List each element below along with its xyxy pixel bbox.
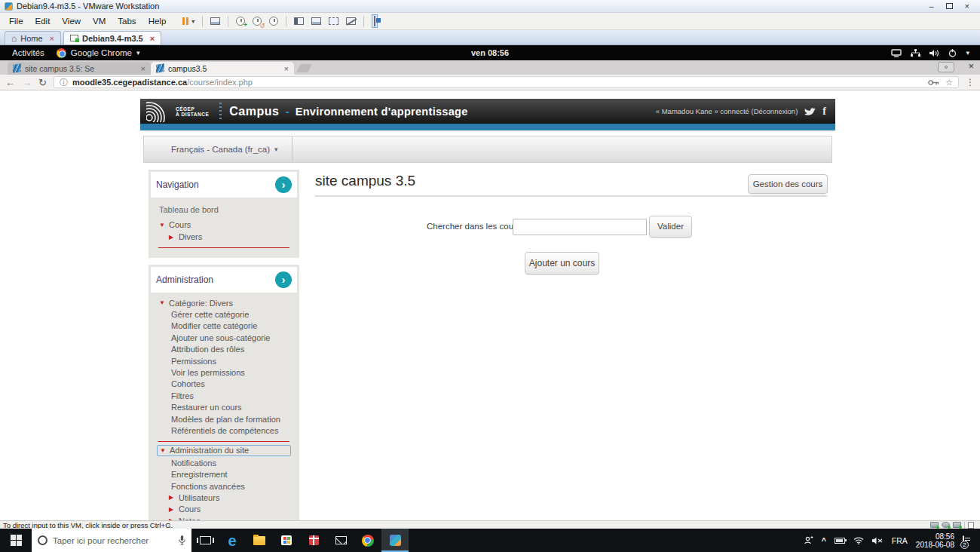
admin-item-advanced-features[interactable]: Fonctions avancées: [157, 480, 291, 492]
cdrom-device-icon[interactable]: [942, 522, 950, 528]
people-icon[interactable]: [804, 536, 813, 544]
start-button[interactable]: [0, 529, 32, 552]
nav-item-divers[interactable]: ▶Divers: [157, 231, 291, 243]
admin-item-notifications[interactable]: Notifications: [157, 457, 291, 468]
send-ctrl-alt-del-button[interactable]: [210, 17, 220, 25]
admin-item-registration[interactable]: Enregistrement: [157, 468, 291, 480]
chrome-tab-2[interactable]: campus3.5 ×: [151, 62, 294, 75]
admin-item-manage-category[interactable]: Gérer cette catégorie: [157, 308, 291, 320]
revert-snapshot-button[interactable]: [253, 17, 262, 26]
admin-item-users[interactable]: ▶Utilisateurs: [157, 492, 291, 503]
taskbar-mail[interactable]: [327, 529, 354, 552]
fullscreen-button[interactable]: [329, 17, 338, 25]
menu-file[interactable]: File: [3, 14, 29, 28]
menu-edit[interactable]: Edit: [29, 14, 57, 28]
taskbar-gift-app[interactable]: [300, 529, 327, 552]
battery-icon[interactable]: [835, 538, 845, 544]
taskbar-store[interactable]: [273, 529, 300, 552]
taskbar-edge[interactable]: e: [219, 529, 246, 552]
admin-item-edit-category[interactable]: Modifier cette catégorie: [157, 320, 291, 332]
admin-item-filters[interactable]: Filtres: [157, 390, 291, 401]
restore-button[interactable]: [946, 3, 953, 9]
reload-icon[interactable]: ↻: [38, 77, 47, 88]
minimize-button[interactable]: –: [929, 2, 933, 11]
site-name[interactable]: Campus: [229, 105, 279, 118]
manage-courses-button[interactable]: Gestion des cours: [748, 174, 828, 194]
activities-button[interactable]: Activités: [6, 48, 51, 57]
cegep-logo[interactable]: CÉGEPÀ DISTANCE: [140, 101, 209, 122]
vmware-tab-home[interactable]: ⌂ Home ×: [5, 31, 61, 44]
gnome-clock[interactable]: ven 08:56: [0, 48, 980, 57]
course-search-input[interactable]: [513, 219, 647, 235]
message-log-icon[interactable]: [968, 522, 974, 529]
admin-item-add-subcategory[interactable]: Ajouter une sous-catégorie: [157, 332, 291, 343]
admin-item-courses[interactable]: ▶Cours: [157, 504, 291, 515]
language-menu[interactable]: Français - Canada (fr_ca) ▾: [144, 136, 292, 162]
menu-tabs[interactable]: Tabs: [112, 14, 142, 28]
admin-item-check-permissions[interactable]: Voir les permissions: [157, 366, 291, 378]
close-tab-icon[interactable]: ×: [284, 64, 289, 73]
admin-item-category[interactable]: ▼Catégorie: Divers: [157, 297, 291, 308]
bookmark-star-icon[interactable]: ☆: [945, 78, 953, 87]
taskbar-chrome[interactable]: [354, 529, 381, 552]
harddisk-device-icon[interactable]: [930, 522, 939, 528]
dock-block-button[interactable]: ›: [275, 271, 292, 288]
volume-muted-icon[interactable]: [872, 537, 884, 544]
take-snapshot-button[interactable]: [236, 17, 245, 26]
collapsed-icon[interactable]: ▶: [167, 517, 179, 520]
suspend-vm-button[interactable]: ▾: [182, 17, 194, 25]
admin-item-cohorts[interactable]: Cohortes: [157, 379, 291, 390]
action-center-button[interactable]: 2: [963, 536, 964, 545]
address-bar[interactable]: ⓘ moodle35.cegepadistance.ca/course/inde…: [54, 76, 959, 88]
admin-item-assign-roles[interactable]: Attribution des rôles: [157, 344, 291, 355]
add-course-button[interactable]: Ajouter un cours: [525, 252, 599, 274]
expanded-icon[interactable]: ▼: [157, 222, 169, 228]
back-icon[interactable]: ←: [5, 77, 15, 88]
expanded-icon[interactable]: ▼: [158, 447, 170, 454]
page-info-icon[interactable]: ⓘ: [60, 77, 68, 88]
close-tab-icon[interactable]: ×: [50, 34, 54, 43]
expanded-icon[interactable]: ▼: [157, 299, 169, 306]
console-view-button[interactable]: [372, 14, 378, 28]
tray-chevron-up-icon[interactable]: ^: [822, 536, 826, 545]
taskbar-file-explorer[interactable]: [246, 529, 273, 552]
close-tab-icon[interactable]: ×: [141, 64, 145, 73]
admin-item-training-plan-templates[interactable]: Modèles de plan de formation: [157, 413, 291, 425]
manage-snapshots-button[interactable]: [269, 17, 278, 26]
login-status[interactable]: « Mamadou Kane » connecté (Déconnexion): [656, 107, 798, 115]
tray-clock[interactable]: 08:56 2018-06-08: [916, 532, 954, 549]
admin-item-restore-course[interactable]: Restaurer un cours: [157, 402, 291, 413]
keyboard-language[interactable]: FRA: [892, 536, 908, 545]
microphone-icon[interactable]: [179, 535, 185, 545]
appmenu-google-chrome[interactable]: Google Chrome ▾: [51, 48, 146, 58]
menu-view[interactable]: View: [56, 14, 87, 28]
admin-item-site-administration[interactable]: ▼Administration du site: [157, 445, 291, 456]
taskbar-search-box[interactable]: Taper ici pour rechercher: [32, 529, 191, 552]
profile-button[interactable]: [938, 62, 954, 72]
show-library-button[interactable]: [294, 17, 304, 25]
collapsed-icon[interactable]: ▶: [167, 234, 179, 241]
dock-block-button[interactable]: ›: [275, 176, 292, 193]
taskbar-vmware-active[interactable]: [381, 529, 409, 552]
close-button[interactable]: ×: [965, 2, 969, 11]
close-tab-icon[interactable]: ×: [150, 34, 155, 43]
thumbnail-bar-button[interactable]: [311, 17, 321, 25]
network-device-icon[interactable]: [953, 522, 961, 528]
admin-item-permissions[interactable]: Permissions: [157, 355, 291, 366]
admin-item-competency-frameworks[interactable]: Référentiels de compétences: [157, 425, 291, 436]
menu-help[interactable]: Help: [142, 14, 173, 28]
new-tab-button[interactable]: [296, 64, 312, 72]
twitter-icon[interactable]: [804, 107, 816, 116]
unity-mode-button[interactable]: [346, 17, 356, 25]
caret-down-icon[interactable]: ▾: [966, 49, 969, 57]
menu-vm[interactable]: VM: [87, 14, 112, 28]
chrome-tab-1[interactable]: site campus 3.5: Se ×: [8, 62, 151, 75]
task-view-button[interactable]: [191, 529, 219, 552]
nav-item-dashboard[interactable]: Tableau de bord: [157, 204, 291, 216]
collapsed-icon[interactable]: ▶: [167, 506, 179, 513]
admin-item-grades[interactable]: ▶Notes: [157, 515, 291, 520]
chrome-menu-icon[interactable]: ⋮: [966, 77, 975, 87]
search-submit-button[interactable]: Valider: [649, 216, 692, 238]
nav-item-courses[interactable]: ▼Cours: [157, 219, 291, 231]
close-window-icon[interactable]: ×: [968, 60, 974, 72]
